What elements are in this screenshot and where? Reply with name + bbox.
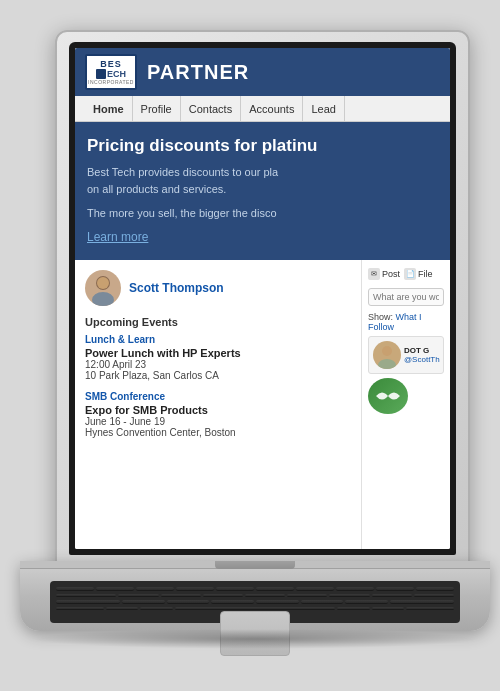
key	[372, 607, 404, 611]
key	[414, 594, 454, 598]
site-title: PARTNER	[147, 61, 249, 84]
screen-bezel: BES ECH INCORPORATED PARTNER Home Profil	[69, 42, 456, 555]
key	[56, 594, 116, 598]
key	[211, 600, 254, 604]
nav-profile[interactable]: Profile	[133, 96, 181, 121]
svg-point-3	[382, 346, 392, 356]
event-2-location: Hynes Convention Center, Boston	[85, 427, 351, 438]
key	[56, 587, 94, 591]
file-button[interactable]: 📄 File	[404, 268, 433, 280]
event-1-date: 12:00 April 23	[85, 359, 351, 370]
event-1-location: 10 Park Plaza, San Carlos CA	[85, 370, 351, 381]
spacebar-key	[175, 607, 336, 611]
laptop-container: BES ECH INCORPORATED PARTNER Home Profil	[0, 0, 500, 691]
event-2-date: June 16 - June 19	[85, 416, 351, 427]
key	[106, 607, 138, 611]
banner-text1: Best Tech provides discounts to our pla …	[87, 164, 438, 197]
event-1: Lunch & Learn Power Lunch with HP Expert…	[85, 334, 351, 381]
nav-contacts[interactable]: Contacts	[181, 96, 241, 121]
key	[329, 594, 369, 598]
key	[56, 600, 120, 604]
dot-g-handle: @ScottTh	[404, 355, 440, 364]
post-icon: ✉	[368, 268, 380, 280]
key	[140, 607, 172, 611]
nav-accounts[interactable]: Accounts	[241, 96, 303, 121]
screen: BES ECH INCORPORATED PARTNER Home Profil	[75, 48, 450, 549]
key	[287, 594, 327, 598]
post-button[interactable]: ✉ Post	[368, 268, 400, 280]
key	[390, 600, 454, 604]
logo-incorporated: INCORPORATED	[88, 79, 134, 85]
laptop-hinge-area	[20, 561, 490, 569]
key	[203, 594, 243, 598]
key	[56, 607, 104, 611]
key	[122, 600, 165, 604]
laptop-shadow	[30, 629, 480, 649]
svg-point-4	[378, 359, 396, 369]
dot-g-avatar	[373, 341, 401, 369]
website: BES ECH INCORPORATED PARTNER Home Profil	[75, 48, 450, 549]
file-icon: 📄	[404, 268, 416, 280]
logo-bes: BES	[100, 59, 122, 69]
event-2-category: SMB Conference	[85, 391, 351, 402]
key	[416, 587, 454, 591]
user-row: Scott Thompson	[85, 270, 351, 306]
key	[167, 600, 210, 604]
event-2-title: Expo for SMB Products	[85, 404, 351, 416]
handshake-icon	[368, 378, 408, 414]
key	[256, 600, 299, 604]
key	[372, 594, 412, 598]
content-right: ✉ Post 📄 File Show:	[362, 260, 450, 550]
key	[118, 594, 158, 598]
key	[296, 587, 334, 591]
event-1-category: Lunch & Learn	[85, 334, 351, 345]
site-banner: Pricing discounts for platinu Best Tech …	[75, 122, 450, 260]
svg-point-1	[92, 292, 114, 306]
dot-g-info: DOT G @ScottTh	[404, 346, 440, 364]
dot-g-label: DOT G	[404, 346, 440, 355]
key	[161, 594, 201, 598]
key	[345, 600, 388, 604]
laptop-base	[20, 561, 490, 631]
dot-g-box: DOT G @ScottTh	[368, 336, 444, 374]
event-2: SMB Conference Expo for SMB Products Jun…	[85, 391, 351, 438]
key	[301, 600, 344, 604]
post-input[interactable]	[368, 288, 444, 306]
site-header: BES ECH INCORPORATED PARTNER	[75, 48, 450, 96]
site-nav: Home Profile Contacts Accounts Lead	[75, 96, 450, 122]
key	[336, 587, 374, 591]
key	[376, 587, 414, 591]
key	[406, 607, 454, 611]
key	[176, 587, 214, 591]
action-buttons: ✉ Post 📄 File	[368, 268, 444, 280]
content-left: Scott Thompson Upcoming Events Lunch & L…	[75, 260, 362, 550]
key	[216, 587, 254, 591]
logo-tech: ECH	[107, 69, 126, 79]
key	[136, 587, 174, 591]
key	[96, 587, 134, 591]
laptop-screen-lid: BES ECH INCORPORATED PARTNER Home Profil	[55, 30, 470, 571]
user-name: Scott Thompson	[129, 281, 224, 295]
banner-text2: The more you sell, the bigger the disco	[87, 205, 438, 222]
banner-title: Pricing discounts for platinu	[87, 136, 438, 156]
event-1-title: Power Lunch with HP Experts	[85, 347, 351, 359]
avatar	[85, 270, 121, 306]
learn-more-link[interactable]: Learn more	[87, 230, 438, 244]
key	[256, 587, 294, 591]
svg-point-2	[97, 277, 109, 289]
key	[337, 607, 369, 611]
site-content: Scott Thompson Upcoming Events Lunch & L…	[75, 260, 450, 550]
events-title: Upcoming Events	[85, 316, 351, 328]
show-label: Show: What I Follow	[368, 312, 444, 332]
key	[245, 594, 285, 598]
nav-home[interactable]: Home	[85, 96, 133, 121]
nav-lead[interactable]: Lead	[303, 96, 344, 121]
hinge	[215, 561, 295, 569]
logo: BES ECH INCORPORATED	[85, 54, 137, 90]
